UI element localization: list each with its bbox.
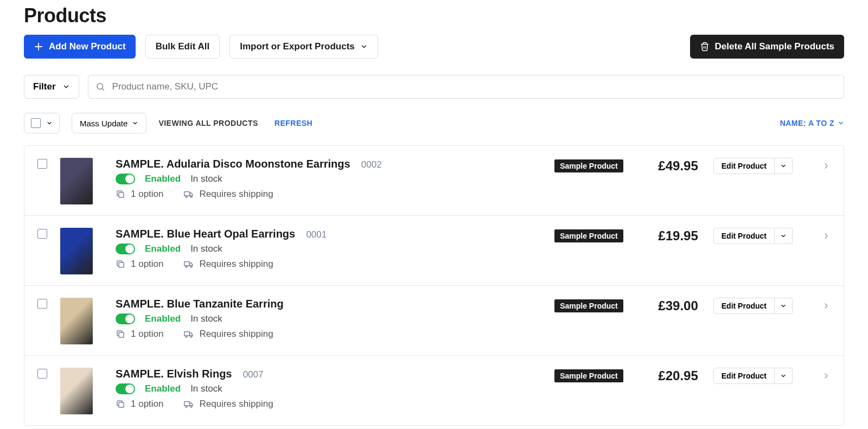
sort-button[interactable]: NAME: A TO Z (780, 119, 844, 127)
add-product-label: Add New Product (49, 41, 126, 52)
product-thumbnail[interactable] (60, 228, 93, 274)
row-expand-chevron[interactable] (822, 162, 831, 170)
product-thumbnail[interactable] (60, 368, 93, 414)
row-checkbox-cell (37, 298, 60, 310)
refresh-link[interactable]: REFRESH (275, 119, 312, 127)
enabled-toggle[interactable] (116, 313, 135, 324)
edit-product-button[interactable]: Edit Product (713, 368, 775, 384)
svg-point-11 (190, 266, 192, 267)
chevron-down-icon (780, 373, 787, 379)
import-export-button[interactable]: Import or Export Products (229, 35, 378, 59)
row-expand-chevron[interactable] (822, 232, 831, 240)
copy-icon (116, 329, 125, 339)
edit-product-button[interactable]: Edit Product (713, 298, 775, 314)
shipping-meta: Requires shipping (183, 399, 273, 409)
row-checkbox-cell (37, 158, 60, 170)
row-checkbox[interactable] (37, 369, 47, 379)
truck-icon (183, 189, 194, 199)
product-name[interactable]: SAMPLE. Elvish Rings (116, 368, 232, 380)
row-right: Sample Product £19.95 Edit Product (554, 228, 831, 244)
product-thumbnail[interactable] (60, 158, 93, 204)
thumb-cell (60, 158, 109, 204)
truck-icon (183, 329, 194, 339)
enabled-toggle[interactable] (116, 174, 135, 184)
edit-dropdown-button[interactable] (775, 228, 793, 244)
row-right: Sample Product £49.95 Edit Product (554, 158, 831, 174)
product-name[interactable]: SAMPLE. Blue Tanzanite Earring (116, 298, 284, 310)
svg-point-10 (186, 266, 187, 267)
search-wrap (88, 75, 844, 99)
chevron-down-icon (132, 120, 138, 126)
svg-point-7 (190, 196, 192, 197)
sample-badge: Sample Product (554, 159, 623, 172)
row-checkbox-cell (37, 228, 60, 240)
svg-point-15 (190, 336, 192, 337)
shipping-text: Requires shipping (200, 399, 273, 409)
checkbox-icon (31, 118, 41, 128)
svg-rect-5 (184, 192, 189, 196)
bulk-edit-button[interactable]: Bulk Edit All (145, 35, 220, 59)
stock-label: In stock (190, 244, 222, 254)
trash-icon (700, 42, 710, 52)
shipping-text: Requires shipping (200, 329, 273, 340)
stock-label: In stock (190, 174, 222, 184)
edit-product-button[interactable]: Edit Product (713, 158, 775, 174)
options-meta: 1 option (116, 329, 164, 340)
copy-icon (116, 399, 125, 409)
product-thumbnail[interactable] (60, 298, 93, 344)
product-info: SAMPLE. Blue Tanzanite Earring Enabled I… (109, 298, 554, 340)
product-info: SAMPLE. Blue Heart Opal Earrings 0001 En… (109, 228, 554, 270)
filter-button[interactable]: Filter (24, 75, 79, 99)
row-checkbox[interactable] (37, 159, 47, 169)
product-name[interactable]: SAMPLE. Blue Heart Opal Earrings (116, 228, 295, 240)
sample-badge: Sample Product (554, 299, 623, 312)
options-meta: 1 option (116, 259, 164, 270)
product-name[interactable]: SAMPLE. Adularia Disco Moonstone Earring… (116, 158, 350, 170)
add-product-button[interactable]: Add New Product (24, 35, 136, 59)
edit-dropdown-button[interactable] (775, 298, 793, 314)
edit-group: Edit Product (713, 228, 793, 244)
chevron-right-icon (822, 372, 831, 380)
row-checkbox[interactable] (37, 229, 47, 239)
edit-dropdown-button[interactable] (775, 368, 793, 384)
copy-icon (116, 259, 125, 269)
delete-sample-button[interactable]: Delete All Sample Products (690, 35, 844, 59)
search-input[interactable] (88, 75, 844, 99)
top-actions-row: Add New Product Bulk Edit All Import or … (24, 35, 844, 59)
enabled-label: Enabled (145, 244, 181, 254)
svg-rect-4 (119, 193, 124, 197)
thumb-cell (60, 228, 109, 274)
truck-icon (183, 259, 194, 269)
shipping-meta: Requires shipping (183, 329, 273, 340)
row-expand-chevron[interactable] (822, 302, 831, 310)
row-checkbox-cell (37, 368, 60, 380)
copy-icon (116, 189, 125, 199)
chevron-down-icon (780, 303, 787, 309)
svg-point-14 (186, 336, 187, 337)
product-row: SAMPLE. Blue Tanzanite Earring Enabled I… (24, 286, 844, 356)
enabled-toggle[interactable] (116, 244, 135, 254)
controls-row: Mass Update VIEWING ALL PRODUCTS REFRESH… (24, 113, 844, 133)
options-text: 1 option (131, 399, 164, 409)
svg-rect-17 (184, 402, 189, 406)
options-meta: 1 option (116, 189, 164, 200)
chevron-right-icon (822, 302, 831, 310)
sample-badge: Sample Product (554, 369, 623, 382)
shipping-meta: Requires shipping (183, 259, 273, 270)
product-price: £20.95 (639, 368, 698, 383)
filter-label: Filter (33, 81, 56, 92)
edit-group: Edit Product (713, 298, 793, 314)
row-expand-chevron[interactable] (822, 372, 831, 380)
chevron-right-icon (822, 232, 831, 240)
edit-dropdown-button[interactable] (775, 158, 793, 174)
filter-row: Filter (24, 75, 844, 99)
enabled-toggle[interactable] (116, 383, 135, 394)
edit-product-button[interactable]: Edit Product (713, 228, 775, 244)
mass-update-button[interactable]: Mass Update (72, 113, 146, 133)
thumb-cell (60, 368, 109, 414)
svg-line-3 (102, 88, 104, 90)
page-title: Products (24, 4, 844, 27)
select-all-button[interactable] (24, 113, 60, 133)
row-checkbox[interactable] (37, 299, 47, 309)
mass-update-label: Mass Update (80, 119, 127, 128)
